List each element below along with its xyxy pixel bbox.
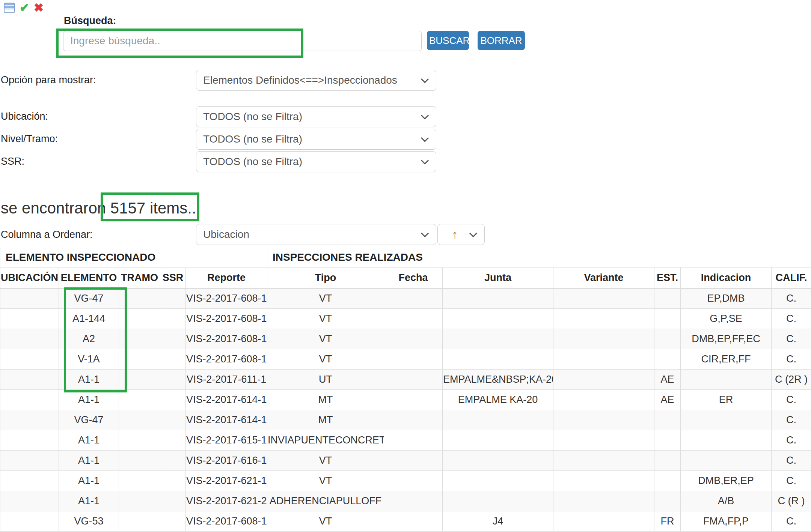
cell-reporte: VIS-2-2017-616-1	[186, 451, 267, 471]
cell-est: AE	[654, 390, 681, 410]
cell-variante	[553, 289, 654, 309]
cell-tramo	[119, 491, 160, 511]
borrar-button[interactable]: BORRAR	[478, 31, 525, 50]
cell-ubicacion	[0, 471, 59, 491]
search-input[interactable]	[63, 31, 422, 51]
cell-calif: C.	[772, 390, 811, 410]
search-label: Búsqueda:	[64, 15, 116, 27]
cell-indicacion	[681, 370, 772, 390]
ssr-label: SSR:	[1, 156, 24, 167]
cell-junta	[443, 491, 553, 511]
cell-elemento: A2	[59, 329, 119, 349]
col-header-elemento: ELEMENTO	[59, 268, 119, 289]
cell-variante	[553, 471, 654, 491]
cell-junta	[443, 329, 553, 349]
cell-tipo: VT	[267, 309, 384, 329]
cell-est	[654, 349, 681, 370]
cell-fecha	[384, 410, 443, 430]
cell-variante	[553, 511, 654, 532]
cell-ssr	[160, 410, 186, 430]
cell-variante	[553, 451, 654, 471]
cell-ubicacion	[0, 410, 59, 430]
cell-reporte: VIS-2-2017-611-1	[186, 370, 267, 390]
table-row: A1-1 VIS-2-2017-621-2ADHERENCIAPULLOFF A…	[0, 491, 811, 511]
cell-junta: J4	[443, 511, 553, 532]
cell-tipo: MT	[267, 410, 384, 430]
chevron-down-icon	[421, 229, 429, 237]
results-count-text: se encontraron 5157 items..	[1, 199, 196, 217]
cell-indicacion	[681, 430, 772, 451]
cell-indicacion: CIR,ER,FF	[681, 349, 772, 370]
cell-elemento: VG-47	[59, 410, 119, 430]
cell-junta	[443, 309, 553, 329]
ubicacion-select[interactable]: TODOS (no se Filtra)	[196, 106, 436, 127]
nivel-tramo-select[interactable]: TODOS (no se Filtra)	[196, 129, 436, 150]
col-header-fecha: Fecha	[384, 268, 443, 289]
cell-fecha	[384, 289, 443, 309]
sort-column-label: Columna a Ordenar:	[1, 229, 93, 240]
cell-calif: C.	[772, 309, 811, 329]
cross-icon[interactable]: ✖	[34, 2, 44, 14]
cell-junta	[443, 451, 553, 471]
table-row: A1-144 VIS-2-2017-608-1VT G,P,SEC.	[0, 309, 811, 329]
cell-fecha	[384, 349, 443, 370]
cell-junta: EMPALME KA-20	[443, 390, 553, 410]
cell-tramo	[119, 471, 160, 491]
cell-fecha	[384, 430, 443, 451]
cell-calif: C.	[772, 329, 811, 349]
cell-elemento: VG-47	[59, 289, 119, 309]
cell-fecha	[384, 309, 443, 329]
col-header-indicacion: Indicacion	[681, 268, 772, 289]
cell-fecha	[384, 471, 443, 491]
cell-est: FR	[654, 511, 681, 532]
cell-variante	[553, 390, 654, 410]
group-header-elemento-inspeccionado: ELEMENTO INSPECCIONADO	[0, 247, 267, 268]
cell-elemento: A1-1	[59, 451, 119, 471]
cell-tipo: VT	[267, 511, 384, 532]
sort-direction-select[interactable]: ↑	[437, 224, 485, 245]
cell-est	[654, 410, 681, 430]
col-header-calif: CALIF.	[772, 268, 811, 289]
col-header-junta: Junta	[443, 268, 553, 289]
cell-calif: C.	[772, 430, 811, 451]
cell-fecha	[384, 451, 443, 471]
cell-tipo: VT	[267, 471, 384, 491]
chevron-down-icon	[421, 111, 429, 119]
sort-column-select[interactable]: Ubicacion	[196, 224, 436, 245]
table-row: V-1A VIS-2-2017-608-1VT CIR,ER,FFC.	[0, 349, 811, 370]
check-icon[interactable]: ✔	[20, 2, 29, 14]
cell-junta	[443, 410, 553, 430]
cell-tramo	[119, 329, 160, 349]
cell-calif: C.	[772, 349, 811, 370]
cell-tipo: ADHERENCIAPULLOFF	[267, 491, 384, 511]
cell-reporte: VIS-2-2017-608-1	[186, 349, 267, 370]
cell-ubicacion	[0, 289, 59, 309]
table-column-header-row: UBICACIÓN ELEMENTO TRAMO SSR Reporte Tip…	[0, 268, 811, 289]
cell-ssr	[160, 329, 186, 349]
cell-est	[654, 491, 681, 511]
cell-calif: C (R )	[772, 491, 811, 511]
cell-ubicacion	[0, 349, 59, 370]
table-row: A1-1 VIS-2-2017-611-1UT EMPALME&NBSP;KA-…	[0, 370, 811, 390]
chevron-down-icon	[421, 156, 429, 164]
buscar-button[interactable]: BUSCAR	[427, 31, 469, 50]
cell-ubicacion	[0, 390, 59, 410]
option-to-show-value: Elementos Definidos<==>Inspeccionados	[203, 74, 397, 86]
cell-tipo: VT	[267, 289, 384, 309]
cell-junta: EMPALME&NBSP;KA-20	[443, 370, 553, 390]
cell-variante	[553, 370, 654, 390]
cell-tipo: MT	[267, 390, 384, 410]
ssr-select[interactable]: TODOS (no se Filtra)	[196, 151, 436, 172]
cell-reporte: VIS-2-2017-615-1	[186, 430, 267, 451]
table-icon[interactable]	[4, 3, 15, 13]
cell-junta	[443, 430, 553, 451]
cell-ubicacion	[0, 329, 59, 349]
cell-indicacion: A/B	[681, 491, 772, 511]
nivel-tramo-label: Nivel/Tramo:	[1, 133, 58, 145]
cell-ssr	[160, 289, 186, 309]
cell-fecha	[384, 329, 443, 349]
cell-reporte: VIS-2-2017-621-2	[186, 491, 267, 511]
cell-variante	[553, 410, 654, 430]
option-to-show-select[interactable]: Elementos Definidos<==>Inspeccionados	[196, 70, 436, 91]
cell-reporte: VIS-2-2017-608-1	[186, 329, 267, 349]
